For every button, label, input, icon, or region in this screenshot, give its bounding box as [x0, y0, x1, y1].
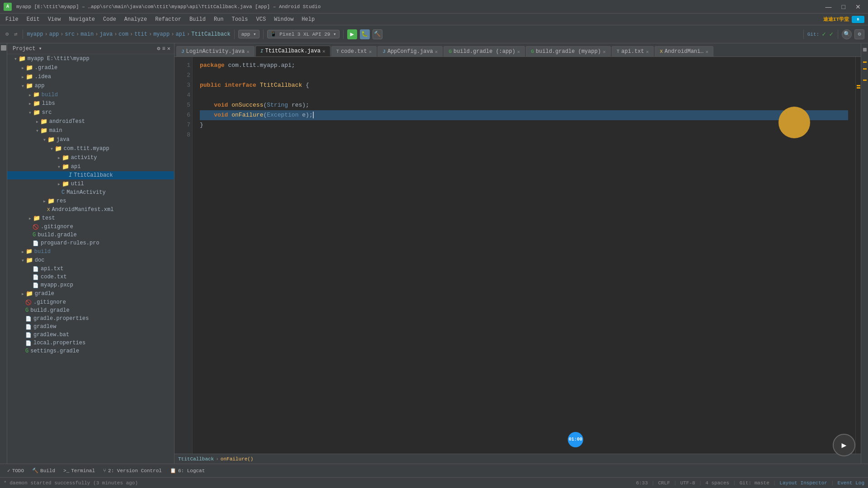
build-button[interactable]: 🔨	[373, 29, 382, 39]
menu-refactor[interactable]: Refactor	[151, 15, 185, 23]
git-check-btn[interactable]: ✓	[821, 30, 826, 38]
tab-close-codetxt[interactable]: ✕	[369, 49, 372, 55]
search-everywhere-btn[interactable]: 🔍	[842, 29, 852, 39]
tree-item-activity[interactable]: 📁 activity	[7, 153, 174, 162]
breadcrumb-api[interactable]: api	[175, 31, 185, 38]
tree-item-test[interactable]: 📁 test	[7, 214, 174, 223]
tree-item-gradle-hidden[interactable]: 📁 .gradle	[7, 63, 174, 72]
tab-close-loginactivity[interactable]: ✕	[246, 49, 250, 55]
tab-codetxt[interactable]: T code.txt ✕	[331, 46, 377, 56]
breadcrumb-java[interactable]: java	[99, 31, 113, 38]
tree-item-ttitcallback[interactable]: I TtitCallback	[7, 171, 174, 179]
project-header-collapse[interactable]: ≡	[162, 46, 165, 52]
scroll-gutter[interactable]	[855, 57, 861, 454]
tab-close-androidmani[interactable]: ✕	[705, 49, 708, 55]
maximize-button[interactable]: □	[838, 2, 849, 11]
close-button[interactable]: ✕	[852, 2, 864, 11]
tree-item-androidmanifest[interactable]: X AndroidManifest.xml	[7, 206, 174, 214]
debug-button[interactable]: 🐛	[360, 29, 370, 39]
tab-close-ttitcallback[interactable]: ✕	[322, 48, 326, 54]
tab-close-build-gradle-app[interactable]: ✕	[517, 49, 520, 55]
tree-item-build-gradle-root[interactable]: G build.gradle	[7, 306, 174, 314]
breadcrumb-myapp[interactable]: myapp	[27, 31, 43, 38]
menu-run[interactable]: Run	[210, 15, 227, 23]
tree-item-app[interactable]: 📁 app	[7, 81, 174, 90]
tree-item-doc[interactable]: 📁 doc	[7, 256, 174, 265]
indent-setting[interactable]: 4 spaces	[705, 480, 729, 486]
layout-inspector-link[interactable]: Layout Inspector	[779, 480, 827, 486]
menu-vcs[interactable]: VCS	[253, 15, 270, 23]
tab-build-gradle-myapp[interactable]: G build.gradle (myapp) ✕	[526, 46, 610, 56]
tab-appconfig[interactable]: J AppConfig.java ✕	[377, 46, 443, 56]
blue-timer-circle[interactable]: 01:00	[568, 432, 583, 447]
tree-item-build-gradle-app[interactable]: G build.gradle	[7, 231, 174, 239]
tree-item-myapp-pxcp[interactable]: 📄 myapp.pxcp	[7, 281, 174, 289]
breadcrumb-main[interactable]: main	[80, 31, 94, 38]
video-player-button[interactable]: ▶	[833, 434, 855, 456]
menu-file[interactable]: File	[2, 15, 22, 23]
breadcrumb-src[interactable]: src	[65, 31, 75, 38]
menu-analyze[interactable]: Analyze	[121, 15, 151, 23]
tree-item-util[interactable]: 📁 util	[7, 179, 174, 188]
bottom-tab-build[interactable]: 🔨 Build	[28, 467, 59, 474]
run-button[interactable]: ▶	[347, 29, 357, 39]
tree-item-res[interactable]: 📁 res	[7, 197, 174, 206]
menu-tools[interactable]: Tools	[228, 15, 252, 23]
tree-item-build-root[interactable]: 📁 build	[7, 247, 174, 256]
tree-item-proguard[interactable]: 📄 proguard-rules.pro	[7, 239, 174, 247]
tree-item-mainactivity[interactable]: C MainActivity	[7, 188, 174, 197]
project-settings-btn[interactable]: ⚙	[4, 30, 10, 38]
bottom-tab-terminal[interactable]: >_ Terminal	[60, 467, 99, 474]
minimize-button[interactable]: —	[822, 2, 835, 11]
menu-view[interactable]: View	[44, 15, 65, 23]
tree-item-libs[interactable]: 📁 libs	[7, 99, 174, 108]
tree-item-main[interactable]: 📁 main	[7, 126, 174, 135]
tree-item-idea[interactable]: 📁 .idea	[7, 72, 174, 81]
tree-item-gitignore-app[interactable]: 🚫 .gitignore	[7, 223, 174, 231]
event-log-link[interactable]: Event Log	[838, 480, 864, 486]
tree-item-gradlew[interactable]: 📄 gradlew	[7, 323, 174, 331]
tree-item-com-ttit-myapp[interactable]: 📁 com.ttit.myapp	[7, 144, 174, 153]
tab-build-gradle-app[interactable]: G build.gradle (:app) ✕	[443, 46, 525, 56]
bottom-tab-todo[interactable]: ✓ TODO	[4, 467, 28, 474]
tree-item-build-app[interactable]: 📁 build	[7, 90, 174, 99]
git-branch[interactable]: Git: maste	[740, 480, 769, 486]
project-header-close[interactable]: ✕	[167, 45, 170, 52]
project-header-settings[interactable]: ⚙	[157, 45, 160, 52]
tab-close-api-txt[interactable]: ✕	[646, 49, 649, 55]
menu-window[interactable]: Window	[270, 15, 297, 23]
tree-item-gitignore-root[interactable]: 🚫 .gitignore	[7, 298, 174, 306]
tab-loginactivity[interactable]: J LoginActivity.java ✕	[176, 46, 255, 56]
bottom-tab-logcat[interactable]: 📋 6: Logcat	[166, 467, 208, 474]
bilibili-logo[interactable]: B	[852, 16, 864, 23]
tree-item-gradle-root[interactable]: 📁 gradle	[7, 289, 174, 298]
run-config-selector[interactable]: app ▾	[238, 30, 259, 38]
menu-help[interactable]: Help	[298, 15, 318, 23]
tab-ttitcallback[interactable]: I TtitCallback.java ✕	[255, 46, 330, 56]
menu-edit[interactable]: Edit	[23, 15, 43, 23]
breadcrumb-app[interactable]: app	[49, 31, 59, 38]
project-panel-toggle[interactable]	[1, 45, 6, 51]
file-encoding[interactable]: UTF-8	[680, 480, 695, 486]
tab-androidmani[interactable]: X AndroidMani… ✕	[655, 46, 713, 56]
settings-btn[interactable]: ⚙	[854, 29, 864, 39]
tree-item-local-properties[interactable]: 📄 local.properties	[7, 339, 174, 347]
tree-item-androidtest[interactable]: 📁 androidTest	[7, 117, 174, 126]
tree-item-src[interactable]: 📁 src	[7, 108, 174, 117]
bottom-tab-version-control[interactable]: ⑂ 2: Version Control	[99, 467, 165, 474]
tree-item-code-txt[interactable]: 📄 code.txt	[7, 273, 174, 281]
tab-close-appconfig[interactable]: ✕	[435, 49, 438, 55]
breadcrumb-ttit[interactable]: ttit	[134, 31, 147, 38]
breadcrumb-myapp2[interactable]: myapp	[153, 31, 170, 38]
breadcrumb-com[interactable]: com	[118, 31, 128, 38]
tab-api-txt[interactable]: T api.txt ✕	[612, 46, 654, 56]
tree-item-settings-gradle[interactable]: G settings.gradle	[7, 347, 174, 355]
menu-navigate[interactable]: Navigate	[65, 15, 99, 23]
git-update-btn[interactable]: ✓	[829, 30, 834, 38]
line-ending[interactable]: CRLF	[658, 480, 670, 486]
cursor-position[interactable]: 6:33	[636, 480, 648, 486]
menu-build[interactable]: Build	[186, 15, 209, 23]
device-selector[interactable]: 📱 Pixel 3 XL API 29 ▾	[267, 30, 340, 38]
tree-item-gradlew-bat[interactable]: 📄 gradlew.bat	[7, 331, 174, 339]
tab-close-build-gradle-myapp[interactable]: ✕	[603, 49, 606, 55]
